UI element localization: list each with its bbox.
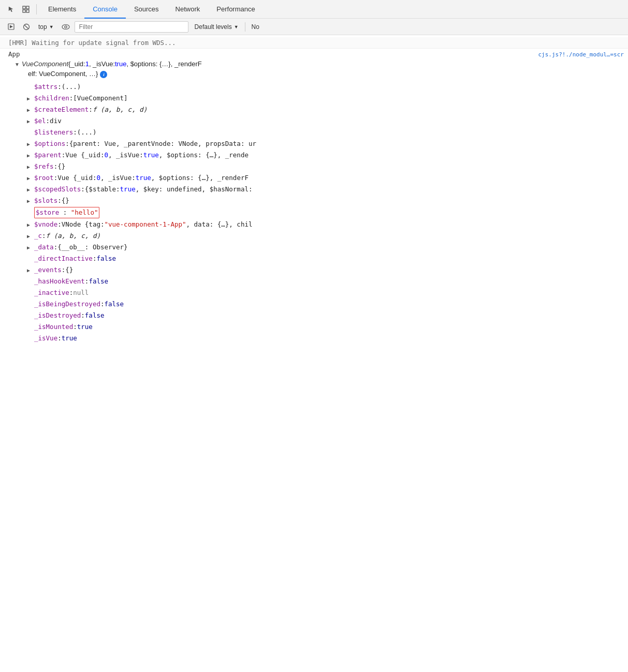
prop-options-row[interactable]: $options : {parent: Vue, _parentVnode: V… bbox=[0, 138, 628, 150]
directinactive-colon: : bbox=[93, 253, 97, 264]
context-selector[interactable]: top ▼ bbox=[35, 22, 57, 32]
prop-vnode-row[interactable]: $vnode : VNode {tag: "vue-component-1-Ap… bbox=[0, 219, 628, 230]
svg-line-7 bbox=[24, 25, 28, 29]
tab-network[interactable]: Network bbox=[167, 0, 209, 19]
cursor-icon-btn[interactable] bbox=[4, 2, 19, 17]
prop-refs-row[interactable]: $refs : {} bbox=[0, 161, 628, 172]
parent-colon: : bbox=[62, 150, 66, 160]
prop-inactive-row[interactable]: _inactive : null bbox=[0, 287, 628, 298]
prop-store-row[interactable]: $store : "hello" bbox=[0, 206, 628, 219]
context-label: top bbox=[38, 23, 47, 31]
console-output: [HMR] Waiting for update signal from WDS… bbox=[0, 35, 628, 348]
isbeingdestroyed-key: _isBeingDestroyed bbox=[34, 299, 100, 309]
prop-hashookevent-row[interactable]: _hasHookEvent : false bbox=[0, 276, 628, 287]
listeners-colon: : bbox=[73, 127, 77, 138]
no-btn[interactable]: No bbox=[247, 22, 264, 32]
c-key: _c bbox=[34, 231, 42, 241]
prop-slots-row[interactable]: $slots : {} bbox=[0, 195, 628, 206]
scopedslots-rest: , $key: undefined, $hasNormal: bbox=[136, 184, 253, 195]
store-highlight-box: $store : "hello" bbox=[34, 207, 99, 218]
el-colon: : bbox=[46, 116, 50, 126]
prop-children-row[interactable]: $children : [VueComponent] bbox=[0, 93, 628, 104]
prop-isvue-row[interactable]: _isVue : true bbox=[0, 333, 628, 344]
svg-rect-3 bbox=[26, 10, 29, 12]
run-script-btn[interactable] bbox=[4, 20, 18, 34]
vnode-colon: : bbox=[57, 219, 62, 230]
prop-events-row[interactable]: _events : {} bbox=[0, 264, 628, 276]
createelement-value: f (a, b, c, d) bbox=[93, 104, 147, 115]
prop-data-row[interactable]: _data : {__ob__: Observer} bbox=[0, 242, 628, 253]
prop-parent-row[interactable]: $parent : Vue {_uid: 0 , _isVue: true , … bbox=[0, 150, 628, 161]
svg-rect-2 bbox=[23, 10, 25, 12]
options-triangle[interactable] bbox=[27, 140, 33, 148]
c-triangle[interactable] bbox=[27, 232, 33, 241]
clear-console-btn[interactable] bbox=[20, 20, 33, 34]
filter-input[interactable] bbox=[75, 21, 188, 33]
inspect-icon-btn[interactable] bbox=[19, 2, 33, 17]
refs-triangle[interactable] bbox=[27, 163, 33, 171]
tab-console[interactable]: Console bbox=[84, 0, 126, 19]
events-triangle[interactable] bbox=[27, 266, 33, 275]
log-levels-btn[interactable]: Default levels ▼ bbox=[191, 22, 243, 32]
scopedslots-stable: true bbox=[120, 184, 136, 195]
store-colon: : bbox=[63, 208, 71, 216]
slots-key: $slots bbox=[34, 196, 57, 206]
createelement-colon: : bbox=[89, 104, 93, 115]
data-triangle[interactable] bbox=[27, 244, 33, 252]
scopedslots-triangle[interactable] bbox=[27, 186, 33, 194]
isdestroyed-colon: : bbox=[81, 310, 85, 321]
refs-key: $refs bbox=[34, 161, 54, 172]
slots-triangle[interactable] bbox=[27, 197, 33, 205]
live-expression-btn[interactable] bbox=[59, 20, 72, 34]
directinactive-value: false bbox=[96, 253, 116, 264]
svg-point-9 bbox=[64, 25, 66, 27]
prop-createelement-row[interactable]: $createElement : f (a, b, c, d) bbox=[0, 104, 628, 115]
prop-directinactive-row[interactable]: _directInactive : false bbox=[0, 253, 628, 264]
prop-el-row[interactable]: $el : div bbox=[0, 115, 628, 127]
prop-c-row[interactable]: _c : f (a, b, c, d) bbox=[0, 230, 628, 242]
source-link[interactable]: cjs.js?!./node_modul…=scr bbox=[538, 51, 624, 58]
parent-rest: , _isVue: bbox=[108, 150, 143, 160]
prop-ismounted-row[interactable]: _isMounted : true bbox=[0, 321, 628, 333]
parent-uid: 0 bbox=[104, 150, 108, 160]
parent-triangle[interactable] bbox=[27, 152, 33, 160]
children-value: [VueComponent] bbox=[73, 93, 127, 103]
prop-isbeingdestroyed-row[interactable]: _isBeingDestroyed : false bbox=[0, 298, 628, 310]
vue-component-uid-val: 1 bbox=[85, 60, 89, 68]
root-triangle[interactable] bbox=[27, 174, 33, 183]
tab-sources[interactable]: Sources bbox=[126, 0, 167, 19]
vue-component-uid-key: _uid bbox=[70, 60, 83, 68]
tab-performance[interactable]: Performance bbox=[208, 0, 263, 19]
refs-value: {} bbox=[57, 161, 65, 172]
options-key: $options bbox=[34, 139, 65, 149]
vnode-tag-val: "vue-component-1-App" bbox=[104, 219, 186, 230]
vue-component-expand-triangle[interactable] bbox=[14, 62, 21, 67]
createelement-key: $createElement bbox=[34, 104, 89, 115]
hashookevent-key: _hasHookEvent bbox=[34, 276, 85, 287]
svg-rect-1 bbox=[26, 6, 29, 9]
vnode-triangle[interactable] bbox=[27, 221, 33, 229]
tab-separator bbox=[36, 4, 37, 14]
prop-scopedslots-row[interactable]: $scopedSlots : {$stable: true , $key: un… bbox=[0, 184, 628, 195]
inactive-value: null bbox=[73, 288, 89, 298]
hashookevent-value: false bbox=[89, 276, 108, 287]
prop-attrs-row[interactable]: $attrs : (...) bbox=[0, 81, 628, 93]
tab-elements[interactable]: Elements bbox=[40, 0, 84, 19]
el-triangle[interactable] bbox=[27, 117, 33, 126]
createelement-triangle[interactable] bbox=[27, 106, 33, 114]
root-rest2: , $options: {…}, _renderF bbox=[151, 173, 249, 183]
attrs-value: (...) bbox=[62, 82, 81, 92]
store-key: $store bbox=[36, 208, 59, 216]
parent-isvue: true bbox=[143, 150, 159, 160]
prop-root-row[interactable]: $root : Vue {_uid: 0 , _isVue: true , $o… bbox=[0, 172, 628, 184]
prop-isdestroyed-row[interactable]: _isDestroyed : false bbox=[0, 310, 628, 321]
scopedslots-key: $scopedSlots bbox=[34, 184, 81, 195]
children-triangle[interactable] bbox=[27, 95, 33, 103]
info-icon[interactable]: i bbox=[100, 71, 107, 78]
vnode-key: $vnode bbox=[34, 219, 57, 230]
vue-component-text: VueComponent bbox=[22, 60, 68, 68]
svg-point-8 bbox=[62, 24, 69, 29]
vue-component-row[interactable]: VueComponent { _uid : 1 , _isVue: true ,… bbox=[0, 59, 628, 69]
prop-listeners-row[interactable]: $listeners : (...) bbox=[0, 127, 628, 138]
attrs-key: $attrs bbox=[34, 82, 57, 92]
